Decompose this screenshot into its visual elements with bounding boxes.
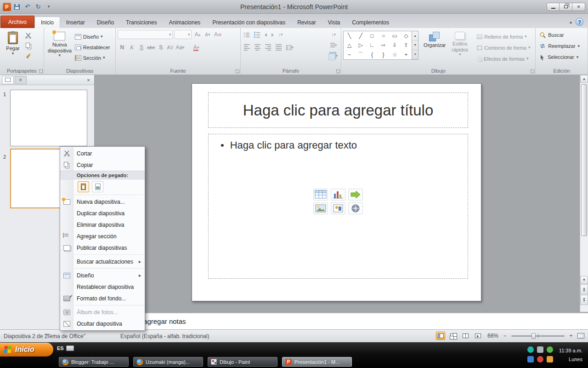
tab-outline[interactable]: ≡ — [15, 76, 27, 84]
panel-close-button[interactable]: × — [85, 76, 92, 84]
numbering-button[interactable] — [253, 30, 261, 40]
shape-line-icon[interactable]: ╲ — [344, 33, 355, 39]
slide-canvas[interactable]: Haga clic para agregar título • Haga cli… — [192, 83, 481, 301]
font-size-combo[interactable]: ▾ — [174, 30, 192, 39]
align-text-button[interactable]: ▾ — [328, 40, 339, 50]
decrease-indent-button[interactable] — [263, 30, 268, 40]
columns-button[interactable]: ▾ — [285, 43, 295, 52]
tab-inicio[interactable]: Inicio — [34, 17, 60, 28]
help-icon[interactable]: ? — [576, 18, 583, 26]
paste-option-picture[interactable] — [92, 181, 103, 192]
view-reading-button[interactable] — [461, 332, 470, 340]
shape-arrow-right-icon[interactable]: ⇨ — [378, 42, 389, 48]
menu-item-cortar[interactable]: Cortar — [60, 148, 145, 159]
quick-styles-button[interactable]: Estilos rápidos ▾ — [448, 30, 472, 67]
tab-transiciones[interactable]: Transiciones — [120, 17, 163, 28]
scroll-up-button[interactable]: ▲ — [580, 75, 588, 83]
qat-customize-button[interactable]: ▾ — [44, 3, 53, 11]
grow-font-button[interactable]: A▴ — [193, 30, 202, 39]
reset-slide-button[interactable]: Restablecer — [74, 42, 112, 52]
fit-to-window-button[interactable] — [577, 333, 584, 339]
tab-vista[interactable]: Vista — [322, 17, 346, 28]
copy-button[interactable] — [24, 41, 33, 51]
insert-table-icon[interactable] — [313, 189, 328, 201]
tab-slides-thumbnails[interactable] — [2, 76, 14, 84]
increase-indent-button[interactable] — [270, 30, 275, 40]
shrink-font-button[interactable]: A▾ — [203, 30, 212, 39]
scrollbar-thumb[interactable] — [581, 84, 587, 236]
menu-item-publicar-diapositivas[interactable]: Publicar diapositivas — [60, 242, 145, 253]
minimize-ribbon-icon[interactable]: ▴ — [570, 19, 572, 24]
taskbar-item-powerpoint[interactable]: P Presentación1 - M... — [282, 357, 352, 367]
select-button[interactable]: Seleccionar ▾ — [537, 52, 586, 62]
character-spacing-button[interactable]: AV — [166, 43, 175, 52]
taskbar-item-uzumaki[interactable]: Uzumaki (manga)... — [133, 357, 203, 367]
close-button[interactable]: × — [572, 3, 585, 11]
change-case-button[interactable]: Aa▾ — [175, 43, 184, 52]
view-slide-sorter-button[interactable] — [448, 332, 458, 340]
fuente-dialog-launcher[interactable] — [235, 69, 239, 73]
section-button[interactable]: Sección ▾ — [74, 53, 112, 63]
insert-clipart-icon[interactable] — [331, 202, 345, 214]
insert-picture-icon[interactable] — [313, 202, 328, 214]
menu-item-ocultar-diapositiva[interactable]: Ocultar diapositiva — [60, 318, 145, 329]
view-slideshow-button[interactable] — [473, 332, 482, 340]
insert-media-icon[interactable] — [348, 202, 363, 214]
tray-icon[interactable] — [537, 346, 543, 353]
save-button[interactable] — [12, 3, 22, 11]
cut-button[interactable] — [24, 31, 33, 40]
shapes-gallery-more[interactable]: ▾ — [412, 50, 418, 59]
shape-fill-button[interactable]: Relleno de forma ▾ — [475, 32, 531, 41]
shape-diamond-icon[interactable]: ◇ — [401, 33, 412, 39]
line-spacing-button[interactable]: ↕▾ — [277, 30, 284, 40]
tab-complementos[interactable]: Complementos — [346, 17, 395, 28]
dibujo-dialog-launcher[interactable] — [530, 69, 534, 73]
shape-effects-button[interactable]: Efectos de formas ▾ — [475, 54, 531, 63]
menu-item-eliminar-diapositiva[interactable]: Eliminar diapositiva — [60, 219, 145, 230]
zoom-out-button[interactable]: − — [502, 333, 508, 339]
tray-icon[interactable] — [547, 346, 553, 353]
title-placeholder[interactable]: Haga clic para agregar título — [208, 92, 468, 128]
menu-item-formato-del-fondo[interactable]: Formato del fondo... — [60, 293, 145, 304]
shape-outline-button[interactable]: Contorno de forma ▾ — [475, 43, 531, 52]
menu-item-duplicar-diapositiva[interactable]: Duplicar diapositiva — [60, 207, 145, 219]
tab-animaciones[interactable]: Animaciones — [163, 17, 207, 28]
zoom-in-button[interactable]: + — [568, 333, 574, 339]
body-placeholder[interactable]: • Haga clic para agregar texto — [208, 134, 468, 279]
portapapeles-dialog-launcher[interactable] — [39, 69, 43, 73]
tab-revisar[interactable]: Revisar — [291, 17, 322, 28]
justify-button[interactable] — [274, 43, 283, 52]
tab-diseno[interactable]: Diseño — [91, 17, 120, 28]
notes-pane[interactable]: Haga clic para agregar notas — [95, 312, 588, 329]
bullets-button[interactable] — [243, 30, 251, 40]
shape-oval-icon[interactable]: ○ — [378, 33, 389, 39]
shape-star-icon[interactable]: ☆ — [389, 52, 401, 58]
vertical-scrollbar[interactable]: ▲ ▼ ▲▲ ▼▼ — [580, 75, 588, 312]
shape-arrow-down-icon[interactable]: ⇩ — [389, 42, 401, 48]
menu-item-nueva-diapositiva[interactable]: Nueva diapositiva... — [60, 196, 145, 207]
shape-curve-icon[interactable]: ~ — [344, 52, 355, 58]
text-direction-button[interactable]: ↕▾ — [328, 30, 339, 40]
convert-smartart-button[interactable]: ▾ — [328, 51, 339, 61]
next-slide-button[interactable]: ▼▼ — [580, 295, 588, 305]
font-name-combo[interactable]: ▾ — [118, 30, 173, 39]
find-button[interactable]: Buscar — [537, 30, 586, 40]
align-center-button[interactable] — [253, 43, 262, 52]
minimize-button[interactable] — [547, 3, 560, 11]
start-button[interactable]: Inicio — [0, 343, 53, 356]
shape-arrow-up-icon[interactable]: ⇧ — [401, 42, 412, 48]
shape-triangle-icon[interactable]: △ — [344, 42, 355, 48]
replace-button[interactable]: Reemplazar ▾ — [537, 41, 586, 51]
menu-item-restablecer-diapositiva[interactable]: Restablecer diapositiva — [60, 281, 145, 293]
zoom-slider-thumb[interactable] — [531, 333, 536, 339]
restore-button[interactable] — [560, 3, 572, 11]
shape-rectangle-icon[interactable]: □ — [367, 33, 378, 39]
redo-button[interactable]: ↻ — [34, 3, 43, 11]
text-shadow-button[interactable]: S — [156, 43, 165, 52]
shape-rounded-rect-icon[interactable]: ▭ — [389, 33, 401, 39]
shape-arc-icon[interactable]: ⌒ — [355, 52, 367, 58]
bold-button[interactable]: N — [118, 43, 126, 52]
shape-right-triangle-icon[interactable]: ▷ — [355, 42, 367, 48]
parrafo-dialog-launcher[interactable] — [336, 69, 340, 73]
undo-button[interactable]: ↶ — [23, 3, 32, 11]
